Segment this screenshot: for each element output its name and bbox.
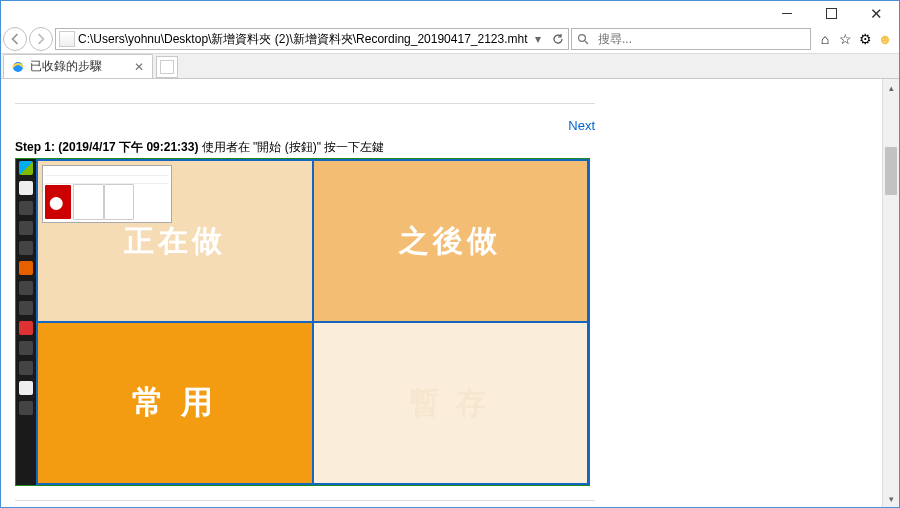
- taskbar-icon: [19, 321, 33, 335]
- quadrant-temp-storage: 暫 存: [313, 322, 589, 484]
- new-tab-button[interactable]: [156, 56, 178, 78]
- window-maximize-button[interactable]: [809, 1, 854, 25]
- start-button-icon: [19, 161, 33, 175]
- back-button[interactable]: [3, 27, 27, 51]
- svg-point-0: [579, 35, 586, 42]
- tab-recorded-steps[interactable]: 已收錄的步驟 ✕: [3, 54, 153, 78]
- ie-favicon: [10, 59, 26, 75]
- step-caption: Step 1: (2019/4/17 下午 09:21:33) 使用者在 "開始…: [15, 139, 595, 156]
- tab-close-button[interactable]: ✕: [132, 60, 146, 74]
- quadrant-label: 常 用: [132, 381, 217, 425]
- taskbar-icon: [19, 261, 33, 275]
- content-viewport: Next Step 1: (2019/4/17 下午 09:21:33) 使用者…: [1, 79, 899, 507]
- next-link[interactable]: Next: [568, 118, 595, 133]
- window-titlebar: ✕: [1, 1, 899, 25]
- refresh-button[interactable]: [548, 29, 568, 49]
- command-bar: ⌂ ☆ ⚙ ☻: [813, 30, 897, 48]
- search-input[interactable]: [594, 32, 810, 46]
- address-input[interactable]: [78, 32, 528, 46]
- step-caption-rest: 使用者在 "開始 (按鈕)" 按一下左鍵: [202, 140, 385, 154]
- taskbar-icon: [19, 401, 33, 415]
- forward-button[interactable]: [29, 27, 53, 51]
- step-screenshot[interactable]: ● 正在做 之後做 常 用 暫 存: [15, 158, 590, 486]
- taskbar-icon: [19, 181, 33, 195]
- svg-line-1: [585, 41, 588, 44]
- tab-strip: 已收錄的步驟 ✕: [1, 53, 899, 79]
- taskbar-icon: [19, 201, 33, 215]
- step-caption-bold: Step 1: (2019/4/17 下午 09:21:33): [15, 140, 202, 154]
- divider: [15, 500, 595, 501]
- tools-icon[interactable]: ⚙: [856, 30, 874, 48]
- nav-next-top: Next: [15, 118, 595, 133]
- search-bar[interactable]: [571, 28, 811, 50]
- feedback-smile-icon[interactable]: ☻: [876, 30, 894, 48]
- screenshot-desktop-grid: ● 正在做 之後做 常 用 暫 存: [36, 159, 589, 485]
- quadrant-do-later: 之後做: [313, 160, 589, 322]
- quadrant-frequently-used: 常 用: [37, 322, 313, 484]
- scroll-down-button[interactable]: ▾: [883, 490, 899, 507]
- taskbar-icon: [19, 221, 33, 235]
- page[interactable]: Next Step 1: (2019/4/17 下午 09:21:33) 使用者…: [1, 79, 882, 507]
- taskbar-icon: [19, 381, 33, 395]
- favorites-icon[interactable]: ☆: [836, 30, 854, 48]
- page-icon: [160, 60, 174, 74]
- quadrant-label: 之後做: [399, 221, 501, 262]
- quadrant-doing-now: ● 正在做: [37, 160, 313, 322]
- address-history-dropdown[interactable]: ▾: [528, 29, 548, 49]
- browser-chrome: ▾ ⌂ ☆ ⚙ ☻: [1, 25, 899, 53]
- scroll-thumb[interactable]: [885, 147, 897, 195]
- taskbar-icon: [19, 301, 33, 315]
- divider: [15, 103, 595, 104]
- home-icon[interactable]: ⌂: [816, 30, 834, 48]
- tab-title: 已收錄的步驟: [30, 58, 132, 75]
- taskbar-icon: [19, 281, 33, 295]
- vertical-scrollbar[interactable]: ▴ ▾: [882, 79, 899, 507]
- screenshot-taskbar: [16, 159, 36, 485]
- screenshot-overlay-window: ●: [42, 165, 172, 223]
- taskbar-icon: [19, 361, 33, 375]
- quadrant-label: 暫 存: [410, 383, 490, 424]
- window-close-button[interactable]: ✕: [854, 1, 899, 25]
- page-icon: [59, 31, 75, 47]
- quadrant-label: 正在做: [124, 221, 226, 262]
- taskbar-icon: [19, 341, 33, 355]
- search-icon: [572, 33, 594, 45]
- taskbar-icon: [19, 241, 33, 255]
- window-minimize-button[interactable]: [764, 1, 809, 25]
- scroll-up-button[interactable]: ▴: [883, 79, 899, 96]
- address-bar[interactable]: ▾: [55, 28, 569, 50]
